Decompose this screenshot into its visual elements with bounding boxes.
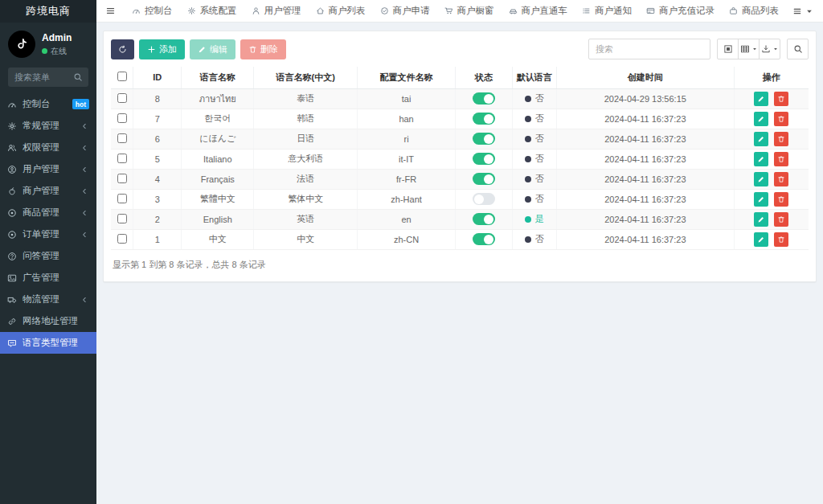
row-checkbox[interactable] [117,154,127,163]
cell-language-name: ภาษาไทย [182,88,254,109]
row-checkbox[interactable] [117,214,127,223]
sidebar-item-物流管理[interactable]: 物流管理 [0,289,96,310]
status-toggle[interactable] [473,213,495,225]
apple-icon [7,186,17,196]
select-all-checkbox[interactable] [117,72,127,81]
cell-default-language: 否 [512,169,557,189]
cart-icon [444,6,453,15]
cell-id: 4 [133,169,182,189]
column-header-language-name-cn[interactable]: 语言名称(中文) [254,67,357,88]
cell-default-language: 否 [512,229,557,249]
users-icon [7,143,17,153]
table-row: 7 한국어 韩语 han 否 2024-04-11 16:37:23 [111,109,809,129]
refresh-button[interactable] [111,39,134,59]
row-delete-button[interactable] [774,192,788,207]
cell-actions [734,129,809,149]
row-edit-button[interactable] [754,212,768,227]
row-edit-button[interactable] [754,192,768,207]
topnav-item-用户管理[interactable]: 用户管理 [244,0,309,22]
topnav-item-控制台[interactable]: 控制台 [125,0,180,22]
row-delete-button[interactable] [774,232,788,247]
pencil-icon [757,135,765,143]
toolbar-right [588,39,809,59]
column-header-language-name[interactable]: 语言名称 [182,67,254,88]
row-delete-button[interactable] [774,132,788,146]
cell-language-name-cn: 韩语 [254,109,357,129]
status-toggle[interactable] [473,113,495,125]
column-header-config-file[interactable]: 配置文件名称 [357,67,455,88]
sidebar-item-控制台[interactable]: 控制台 hot [0,93,96,115]
view-button-group [717,39,780,59]
cell-actions [734,149,809,169]
cell-default-language: 否 [512,109,557,129]
topnav-item-商户通知[interactable]: 商户通知 [575,0,639,22]
export-dropdown-button[interactable] [759,39,780,59]
row-edit-button[interactable] [754,232,768,247]
topnav-item-商户橱窗[interactable]: 商户橱窗 [437,0,502,22]
row-checkbox[interactable] [117,174,127,183]
column-header-status[interactable]: 状态 [456,67,512,88]
default-dot-icon [525,236,531,243]
delete-button[interactable]: 删除 [240,39,286,59]
chevron-left-icon [80,230,89,240]
status-toggle[interactable] [473,133,495,145]
row-delete-button[interactable] [774,212,788,227]
status-toggle[interactable] [473,153,495,165]
sidebar-item-问答管理[interactable]: 问答管理 [0,245,96,267]
plus-icon [147,45,156,54]
row-edit-button[interactable] [754,112,768,126]
sidebar-item-订单管理[interactable]: 订单管理 [0,223,96,245]
topnav-item-商户充值记录[interactable]: 商户充值记录 [639,0,722,22]
status-toggle[interactable] [473,193,495,205]
topnav-item-商户申请[interactable]: 商户申请 [373,0,437,22]
add-button[interactable]: 添加 [139,39,185,59]
column-header-created-time[interactable]: 创建时间 [557,67,734,88]
sidebar-item-商户管理[interactable]: 商户管理 [0,180,96,202]
online-dot-icon [42,48,47,54]
sidebar: 跨境电商 Admin 在线 控制台 hot 常规管理 权限管理 用户管理 [0,0,96,504]
row-delete-button[interactable] [774,172,788,186]
chevron-down-icon [772,46,779,52]
topnav-item-商户直通车[interactable]: 商户直通车 [502,0,575,22]
row-delete-button[interactable] [774,112,788,126]
search-button[interactable] [787,39,809,59]
sidebar-item-广告管理[interactable]: 广告管理 [0,267,96,289]
row-edit-button[interactable] [754,132,768,146]
row-edit-button[interactable] [754,152,768,166]
sidebar-item-语言类型管理[interactable]: 语言类型管理 [0,332,96,354]
layout-menu-dropdown[interactable] [786,0,821,22]
topnav-item-商品列表[interactable]: 商品列表 [722,0,786,22]
search-icon [73,72,83,82]
sidebar-item-用户管理[interactable]: 用户管理 [0,158,96,180]
default-dot-icon [525,116,531,122]
row-edit-button[interactable] [754,92,768,106]
status-toggle[interactable] [473,173,495,185]
row-delete-button[interactable] [774,152,788,166]
table-search-input[interactable] [588,39,710,59]
row-checkbox[interactable] [117,133,127,143]
row-delete-button[interactable] [774,92,788,106]
row-checkbox[interactable] [117,113,127,123]
edit-button[interactable]: 编辑 [190,39,235,59]
topnav-item-商户列表[interactable]: 商户列表 [309,0,373,22]
row-edit-button[interactable] [754,172,768,186]
topnav-item-系统配置[interactable]: 系统配置 [180,0,244,22]
column-header-default-language[interactable]: 默认语言 [512,67,557,88]
status-toggle[interactable] [473,233,495,245]
sidebar-item-网络地址管理[interactable]: 网络地址管理 [0,310,96,332]
row-checkbox[interactable] [117,93,127,103]
cell-actions [734,189,809,209]
columns-dropdown-button[interactable] [738,39,760,59]
toggle-view-button[interactable] [717,39,739,59]
row-checkbox[interactable] [117,234,127,244]
sidebar-item-权限管理[interactable]: 权限管理 [0,137,96,158]
status-toggle[interactable] [473,92,495,104]
row-checkbox[interactable] [117,194,127,203]
sidebar-toggle-button[interactable] [96,0,125,22]
column-header-id[interactable]: ID [133,67,182,88]
sidebar-item-商品管理[interactable]: 商品管理 [0,202,96,223]
cell-created-time: 2024-04-11 16:37:23 [557,109,734,129]
sidebar-item-常规管理[interactable]: 常规管理 [0,115,96,137]
pencil-icon [757,215,765,223]
online-status: 在线 [42,46,72,57]
